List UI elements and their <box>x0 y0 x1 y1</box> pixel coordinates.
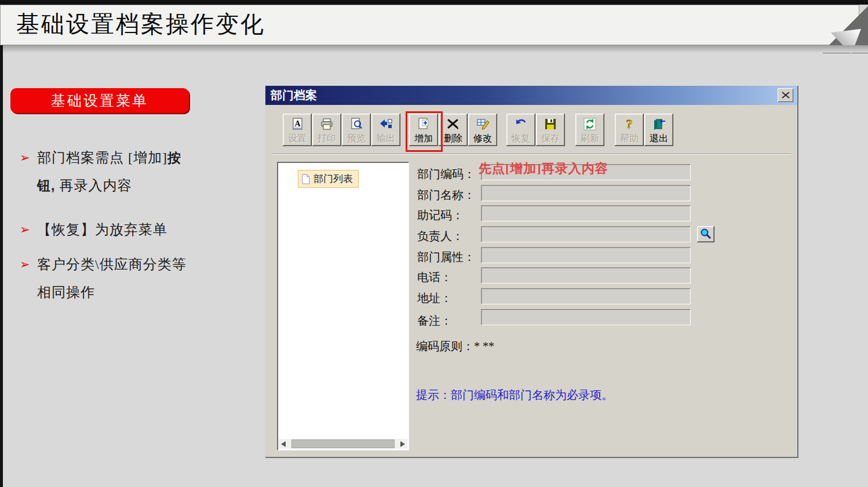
toolbar-button-label: 预览 <box>342 133 371 144</box>
close-icon <box>782 92 790 99</box>
field-label-attribute: 部门属性： <box>417 249 475 265</box>
bullet-text: 部门档案需点 [增加]按钮, 再录入内容 <box>37 144 181 199</box>
delete-x-icon <box>439 114 468 133</box>
address-input[interactable] <box>481 288 691 304</box>
arrow-bullet-icon: ➢ <box>20 250 37 278</box>
print-icon <box>312 114 341 133</box>
toolbar-button-label: 打印 <box>312 133 341 144</box>
field-label-mnemonic: 助记码： <box>417 208 464 223</box>
department-tree-panel: 部门列表 <box>277 162 409 450</box>
header-shadow <box>0 45 868 53</box>
bullet-text: 【恢复】为放弃菜单 <box>37 216 167 244</box>
bullet-item: ➢【恢复】为放弃菜单 <box>20 216 251 244</box>
remark-input[interactable] <box>481 309 691 325</box>
department-archive-dialog: 部门档案 A 设置 打印 <box>265 86 798 458</box>
tree-item-department-list[interactable]: 部门列表 <box>298 170 359 188</box>
slide-canvas: 基础设置档案操作变化 基础设置菜单 ➢部门档案需点 [增加]按钮, 再录入内容➢… <box>0 0 868 487</box>
scroll-right-icon[interactable] <box>398 439 407 449</box>
coding-rule-text: 编码原则：* ** <box>416 339 494 354</box>
phone-input[interactable] <box>481 267 691 284</box>
bullet-text: 客户分类\供应商分类等相同操作 <box>37 250 187 306</box>
mnemonic-code-input[interactable] <box>481 205 691 221</box>
toolbar-button-label: 设置 <box>283 133 312 144</box>
toolbar-button-add[interactable]: 增加 <box>409 114 438 146</box>
preview-icon <box>342 114 371 133</box>
department-attribute-input[interactable] <box>481 247 691 263</box>
svg-text:?: ? <box>626 117 633 131</box>
arrow-bullet-icon: ➢ <box>20 216 37 244</box>
field-label-address: 地址： <box>417 290 452 306</box>
help-question-icon: ? <box>615 114 644 133</box>
toolbar-button-label: 保存 <box>536 133 565 144</box>
magnifier-icon <box>699 228 712 241</box>
toolbar-button-modify[interactable]: 修改 <box>468 114 497 146</box>
toolbar-button-delete[interactable]: 删除 <box>439 114 468 146</box>
toolbar-separator <box>272 154 791 155</box>
left-edge-strip <box>0 45 3 487</box>
toolbar-button-label: 增加 <box>409 133 438 144</box>
refresh-arrows-icon <box>575 114 604 133</box>
font-settings-icon: A <box>283 114 312 133</box>
field-label-remark: 备注： <box>417 313 452 329</box>
toolbar-button-label: 刷新 <box>575 133 604 144</box>
exit-door-icon <box>644 114 673 133</box>
page-title: 基础设置档案操作变化 <box>16 8 265 40</box>
field-label-manager: 负责人： <box>417 228 464 244</box>
field-label-phone: 电话： <box>417 270 452 285</box>
scrollbar-thumb[interactable] <box>291 439 395 448</box>
toolbar-button-label: 退出 <box>644 133 673 144</box>
field-label-code: 部门编码： <box>417 166 475 182</box>
toolbar-button-label: 恢复 <box>506 133 535 144</box>
toolbar-button-exit[interactable]: 退出 <box>644 114 673 146</box>
toolbar-button-preview[interactable]: 预览 <box>342 114 371 146</box>
scroll-left-icon[interactable] <box>279 439 288 449</box>
dialog-title: 部门档案 <box>271 89 317 101</box>
toolbar-button-undo[interactable]: 恢复 <box>506 114 535 146</box>
horizontal-scrollbar[interactable] <box>279 439 407 449</box>
export-icon <box>371 114 400 133</box>
dialog-titlebar[interactable]: 部门档案 <box>265 86 797 105</box>
toolbar-button-label: 修改 <box>468 133 497 144</box>
undo-arrow-icon <box>506 114 535 133</box>
svg-text:A: A <box>294 119 301 128</box>
arrow-bullet-icon: ➢ <box>20 144 37 172</box>
toolbar-button-save[interactable]: 保存 <box>536 114 565 146</box>
document-icon <box>301 174 311 184</box>
toolbar-button-label: 删除 <box>439 133 468 144</box>
add-document-icon <box>409 114 438 133</box>
toolbar-button-print[interactable]: 打印 <box>312 114 341 146</box>
menu-banner: 基础设置菜单 <box>10 88 189 113</box>
toolbar-button-export[interactable]: 输出 <box>371 114 400 146</box>
bullet-list: ➢部门档案需点 [增加]按钮, 再录入内容➢【恢复】为放弃菜单➢客户分类\供应商… <box>20 144 251 306</box>
department-name-input[interactable] <box>481 185 691 201</box>
field-label-name: 部门名称： <box>417 187 475 203</box>
manager-input[interactable] <box>481 226 691 242</box>
red-annotation: 先点[增加]再录入内容 <box>479 160 608 177</box>
toolbar-button-label: 帮助 <box>615 133 644 144</box>
toolbar-button-settings[interactable]: A 设置 <box>283 114 312 146</box>
bullet-item: ➢客户分类\供应商分类等相同操作 <box>20 250 251 306</box>
edit-pencil-icon <box>468 114 497 133</box>
toolbar-button-help[interactable]: ? 帮助 <box>615 114 644 146</box>
toolbar-button-label: 输出 <box>371 133 400 144</box>
close-button[interactable] <box>778 88 793 102</box>
top-border <box>0 0 868 5</box>
bullet-item: ➢部门档案需点 [增加]按钮, 再录入内容 <box>20 144 251 199</box>
toolbar-button-refresh[interactable]: 刷新 <box>575 114 604 146</box>
hint-text: 提示：部门编码和部门名称为必录项。 <box>416 387 613 403</box>
save-floppy-icon <box>536 114 565 133</box>
manager-lookup-button[interactable] <box>697 226 714 242</box>
tree-item-label: 部门列表 <box>313 172 353 186</box>
